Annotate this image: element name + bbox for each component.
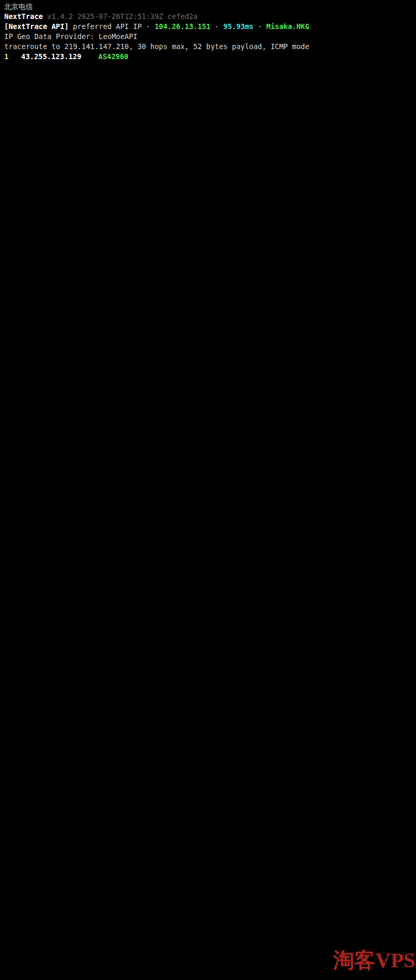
hop-row: 143.255.123.129AS42960 — [0, 52, 416, 62]
version-string: v1.4.2 2025-07-26T12:51:39Z cefed2a — [47, 12, 197, 21]
api-label: [NextTrace API] — [4, 22, 69, 31]
section-title-line: 北京电信 — [0, 2, 416, 12]
api-line: [NextTrace API] preferred API IP - 104.2… — [0, 22, 416, 32]
api-node: Misaka.HKG — [266, 22, 309, 31]
hop-number: 1 — [4, 52, 8, 62]
traceroute-line: traceroute to 219.141.147.210, 30 hops m… — [0, 42, 416, 52]
geo-provider-line: IP Geo Data Provider: LeoMoeAPI — [0, 32, 416, 42]
traceroute-summary: traceroute to 219.141.147.210, 30 hops m… — [4, 42, 309, 51]
geo-provider: IP Geo Data Provider: LeoMoeAPI — [4, 32, 137, 41]
watermark: 淘客VPS — [333, 950, 415, 971]
api-latency: 95.93ms — [224, 22, 254, 31]
hop-ip: 43.255.123.129 — [21, 52, 81, 62]
api-ip: 104.26.13.151 — [154, 22, 210, 31]
hop-asn: AS42960 — [98, 52, 128, 62]
app-name: NextTrace — [4, 12, 43, 21]
section-title: 北京电信 — [4, 2, 33, 11]
api-text: preferred API IP - — [69, 22, 155, 31]
nexttrace-version-line: NextTrace v1.4.2 2025-07-26T12:51:39Z ce… — [0, 12, 416, 22]
terminal-output: 北京电信NextTrace v1.4.2 2025-07-26T12:51:39… — [0, 0, 416, 980]
